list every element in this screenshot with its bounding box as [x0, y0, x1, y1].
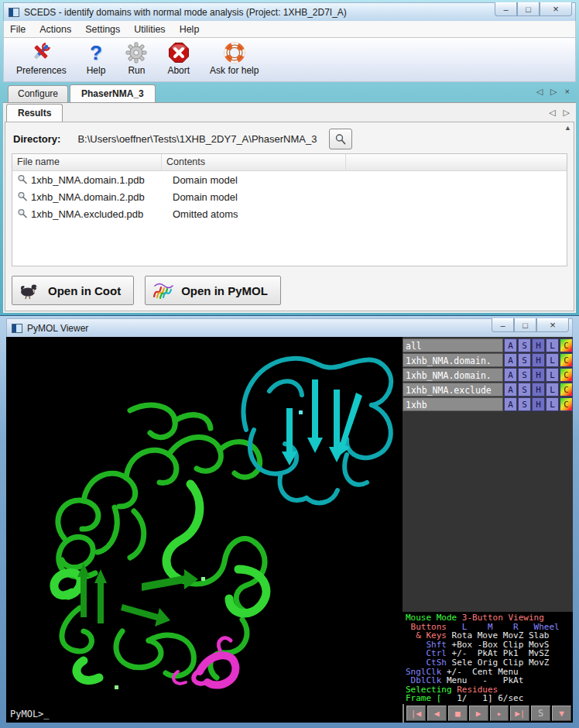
menu-settings[interactable]: Settings: [85, 24, 120, 35]
object-button-h[interactable]: H: [532, 368, 545, 382]
contents-cell: Omitted atoms: [168, 208, 352, 220]
object-name[interactable]: 1xhb: [403, 397, 503, 411]
object-name[interactable]: 1xhb_NMA.domain.: [403, 368, 503, 382]
open-in-coot-button[interactable]: Open in Coot: [12, 276, 134, 305]
object-button-c[interactable]: C: [560, 338, 573, 352]
object-button-s[interactable]: S: [518, 353, 531, 367]
table-row[interactable]: 1xhb_NMA.domain.1.pdbDomain model: [12, 171, 567, 188]
table-row[interactable]: 1xhb_NMA.excluded.pdbOmitted atoms: [12, 205, 567, 222]
results-panel: Results ◁ ▷ ▲ Directory: B:\Users\oeffne…: [3, 102, 576, 313]
maximize-button[interactable]: □: [514, 318, 536, 332]
file-list-header: File name Contents: [12, 154, 567, 171]
tab-strip: Configure PhaserNMA_3 ◁ ▷ ×: [3, 82, 576, 102]
maximize-button[interactable]: □: [517, 2, 540, 16]
inner-tab-strip: Results ◁ ▷: [3, 103, 576, 122]
object-button-c[interactable]: C: [560, 383, 573, 397]
run-button[interactable]: Run: [121, 40, 152, 77]
pymol-command-prompt[interactable]: PyMOL>_: [10, 709, 50, 719]
stop-button[interactable]: ■: [448, 706, 468, 721]
inner-prev-arrow[interactable]: ◁: [549, 108, 555, 118]
object-button-a[interactable]: A: [504, 397, 517, 411]
inner-tab-nav: ◁ ▷: [549, 108, 570, 118]
object-name[interactable]: 1xhb_NMA.exclude: [403, 383, 503, 397]
object-button-c[interactable]: C: [560, 353, 573, 367]
file-list: File name Contents 1xhb_NMA.domain.1.pdb…: [12, 153, 567, 266]
close-button[interactable]: ×: [536, 318, 569, 332]
menu-help[interactable]: Help: [180, 24, 200, 35]
object-button-a[interactable]: A: [504, 353, 517, 367]
pymol-object-row: 1xhb_NMA.domain.ASHLC: [403, 353, 573, 367]
skip-start-button[interactable]: |◀: [406, 706, 426, 721]
object-button-c[interactable]: C: [560, 368, 573, 382]
tab-close-icon[interactable]: ×: [565, 87, 570, 97]
menu-actions[interactable]: Actions: [39, 24, 71, 35]
gear-icon: [125, 41, 147, 64]
menu-file[interactable]: File: [10, 24, 26, 35]
object-button-s[interactable]: S: [518, 383, 531, 397]
directory-label: Directory:: [13, 133, 60, 145]
object-button-h[interactable]: H: [532, 353, 545, 367]
pymol-window-controls: –□×: [492, 318, 569, 332]
tab-next-arrow[interactable]: ▷: [550, 87, 557, 97]
object-button-a[interactable]: A: [504, 383, 517, 397]
pymol-object-row: 1xhbASHLC: [403, 397, 573, 411]
inner-next-arrow[interactable]: ▷: [564, 108, 570, 118]
help-button[interactable]: ? Help: [82, 40, 111, 77]
object-button-s[interactable]: S: [518, 368, 531, 382]
abort-button[interactable]: Abort: [163, 40, 194, 77]
object-button-l[interactable]: L: [546, 353, 559, 367]
object-button-l[interactable]: L: [546, 383, 559, 397]
minimize-button[interactable]: –: [495, 2, 517, 16]
column-file-name[interactable]: File name: [12, 154, 162, 170]
open-buttons-row: Open in Coot Open in PyMOL: [12, 276, 292, 305]
object-button-l[interactable]: L: [546, 368, 559, 382]
object-button-s[interactable]: S: [518, 397, 531, 411]
ask-for-help-button[interactable]: Ask for help: [205, 40, 263, 77]
object-button-h[interactable]: H: [532, 338, 545, 352]
skip-end-button[interactable]: ▶|: [510, 706, 529, 721]
sceds-window: SCEDS - identify domains with normal mod…: [0, 0, 579, 316]
pymol-side-panel: allASHLC1xhb_NMA.domain.ASHLC1xhb_NMA.do…: [403, 337, 573, 723]
pymol-ribbon-icon: [152, 281, 175, 300]
preferences-button[interactable]: Preferences: [12, 40, 71, 77]
object-button-l[interactable]: L: [546, 338, 559, 352]
object-button-c[interactable]: C: [560, 397, 573, 411]
object-button-h[interactable]: H: [532, 383, 545, 397]
close-button[interactable]: ×: [540, 2, 572, 16]
directory-path: B:\Users\oeffner\Tests\1XHB_2DY7_A\Phase…: [77, 133, 317, 145]
column-contents[interactable]: Contents: [162, 154, 346, 170]
play-button[interactable]: ▶: [469, 706, 488, 721]
sceds-titlebar[interactable]: SCEDS - identify domains with normal mod…: [3, 2, 576, 21]
object-name[interactable]: 1xhb_NMA.domain.: [403, 353, 503, 367]
question-icon: ?: [90, 41, 102, 64]
sceds-app-icon: [9, 8, 19, 17]
object-button-h[interactable]: H: [532, 397, 545, 411]
tab-nav: ◁ ▷ ×: [536, 87, 570, 97]
minimize-button[interactable]: –: [492, 318, 514, 332]
tab-phasernma-3[interactable]: PhaserNMA_3: [70, 84, 156, 103]
column-empty: [346, 154, 567, 170]
s-button[interactable]: S: [531, 706, 550, 721]
scroll-up-arrow[interactable]: ▲: [564, 124, 571, 132]
mouse-panel-line: Frame [ 1/ 1] 6/sec: [406, 694, 573, 703]
browse-button[interactable]: [329, 129, 352, 149]
sceds-window-title: SCEDS - identify domains with normal mod…: [24, 7, 347, 18]
object-button-a[interactable]: A: [504, 368, 517, 382]
object-name[interactable]: all: [403, 338, 503, 352]
directory-row: Directory: B:\Users\oeffner\Tests\1XHB_2…: [13, 129, 352, 149]
step-forward-button[interactable]: ▸: [490, 706, 509, 721]
down-button[interactable]: ▼: [552, 706, 571, 721]
step-back-button[interactable]: ◀: [427, 706, 447, 721]
object-button-a[interactable]: A: [504, 338, 517, 352]
pymol-window-title: PyMOL Viewer: [27, 323, 88, 334]
table-row[interactable]: 1xhb_NMA.domain.2.pdbDomain model: [12, 188, 567, 205]
object-button-s[interactable]: S: [518, 338, 531, 352]
tab-configure[interactable]: Configure: [8, 85, 68, 102]
menu-utilities[interactable]: Utilities: [134, 24, 165, 35]
tab-prev-arrow[interactable]: ◁: [536, 87, 543, 97]
pymol-viewport[interactable]: PyMOL>_: [6, 337, 403, 723]
tab-results[interactable]: Results: [6, 104, 63, 122]
open-in-pymol-button[interactable]: Open in PyMOL: [145, 276, 281, 305]
pymol-titlebar[interactable]: PyMOL Viewer –□×: [6, 318, 573, 337]
object-button-l[interactable]: L: [546, 397, 559, 411]
